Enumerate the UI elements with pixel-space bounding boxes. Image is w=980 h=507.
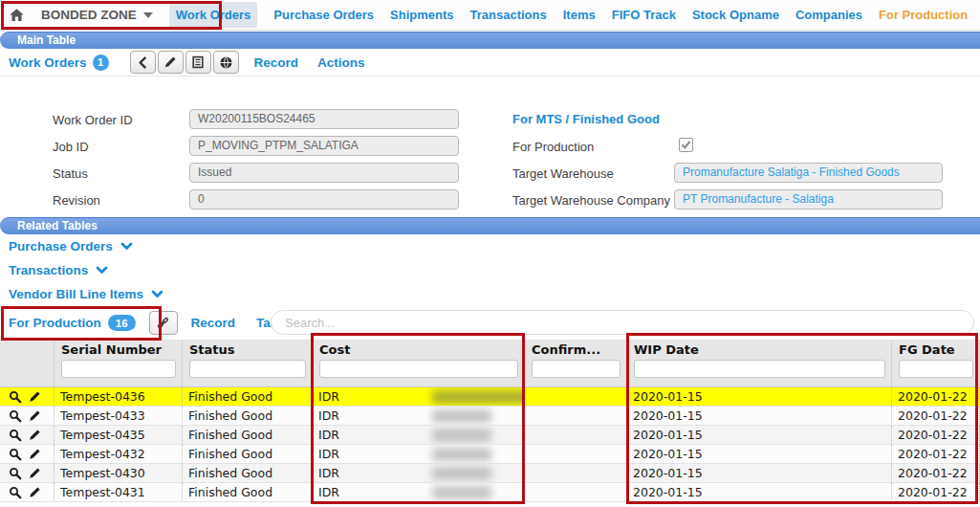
cell-confirm <box>525 483 627 502</box>
magnifier-icon[interactable] <box>9 429 22 442</box>
pencil-icon[interactable] <box>29 390 41 403</box>
header-cell-wip-date[interactable]: WIP Date <box>627 340 892 387</box>
for-production-checkbox[interactable] <box>679 138 693 152</box>
home-icon[interactable] <box>9 8 25 23</box>
cell-serial-number: Tempest-0432 <box>54 445 183 464</box>
table-row[interactable]: Tempest-0433 Finished Good IDR 2020-01-1… <box>0 407 980 426</box>
table-row[interactable]: Tempest-0430 Finished Good IDR 2020-01-1… <box>0 464 980 483</box>
table-row[interactable]: Tempest-0431 Finished Good IDR 2020-01-1… <box>0 483 980 502</box>
main-table-section-bar: Main Table <box>0 32 980 49</box>
nav-item-fifo-track[interactable]: FIFO Track <box>612 8 676 22</box>
top-navigation-bar: BONDED ZONE Work Orders Purchase Orders … <box>0 0 980 31</box>
filter-input-status[interactable] <box>189 360 306 378</box>
filter-input-confirm[interactable] <box>532 360 621 378</box>
related-link-transactions[interactable]: Transactions <box>9 263 109 277</box>
cell-wip-date: 2020-01-15 <box>627 407 892 426</box>
record-nav-button-group <box>130 51 239 74</box>
menu-record[interactable]: Record <box>254 55 299 70</box>
filter-input-serial-number[interactable] <box>61 360 176 378</box>
field-job-id: P_MOVING_PTPM_SALATIGA <box>189 136 459 156</box>
field-label-for-production: For Production <box>512 140 594 154</box>
chevron-down-icon <box>95 264 109 276</box>
search-input[interactable] <box>271 310 974 335</box>
nav-item-transactions[interactable]: Transactions <box>470 8 547 22</box>
table-row[interactable]: Tempest-0436 Finished Good IDR 2020-01-1… <box>0 387 980 407</box>
field-status: Issued <box>189 163 459 183</box>
nav-item-stock-opname[interactable]: Stock Opname <box>692 8 779 22</box>
cost-currency: IDR <box>318 485 339 499</box>
blurred-cost-value <box>432 467 491 480</box>
menu-record-fp[interactable]: Record <box>191 316 236 330</box>
filter-input-wip-date[interactable] <box>634 360 885 378</box>
field-label-work-order-id: Work Order ID <box>53 113 133 127</box>
related-link-purchase-orders[interactable]: Purchase Orders <box>9 239 134 254</box>
magnifier-icon[interactable] <box>9 390 22 404</box>
row-actions-cell <box>0 426 54 445</box>
cell-cost: IDR <box>313 445 525 464</box>
header-cell-confirm[interactable]: Confirm... <box>525 340 627 387</box>
magnifier-icon[interactable] <box>9 409 22 423</box>
field-work-order-id: W20200115BOS24465 <box>189 109 459 129</box>
cost-currency: IDR <box>318 408 339 423</box>
cell-status: Finished Good <box>183 426 313 445</box>
form-view-button[interactable] <box>185 51 211 74</box>
header-cell-actions <box>0 340 54 387</box>
target-warehouse-link[interactable]: Promanufacture Salatiga - Finished Goods <box>683 165 900 179</box>
header-cell-serial-number[interactable]: Serial Number <box>54 340 183 387</box>
header-cell-cost[interactable]: Cost <box>313 340 525 387</box>
filter-input-cost[interactable] <box>319 360 518 378</box>
edit-record-button[interactable] <box>158 51 184 74</box>
nav-item-companies[interactable]: Companies <box>795 8 862 22</box>
cell-fg-date: 2020-01-22 <box>892 445 980 464</box>
nav-item-items[interactable]: Items <box>563 8 596 22</box>
related-link-vendor-bill-line-items[interactable]: Vendor Bill Line Items <box>9 287 164 301</box>
app-menu-bonded-zone[interactable]: BONDED ZONE <box>41 8 153 22</box>
back-button[interactable] <box>130 51 156 74</box>
blurred-cost-value <box>432 486 491 499</box>
globe-button[interactable] <box>213 51 239 74</box>
pencil-icon[interactable] <box>29 467 41 479</box>
cell-cost: IDR <box>313 426 525 445</box>
cell-cost: IDR <box>313 464 525 483</box>
pencil-icon[interactable] <box>29 486 41 498</box>
cell-wip-date: 2020-01-15 <box>627 426 892 445</box>
cell-confirm <box>525 445 627 464</box>
chevron-down-icon <box>150 288 164 300</box>
cost-currency: IDR <box>318 428 339 442</box>
target-warehouse-company-link[interactable]: PT Promanufacture - Salatiga <box>683 192 834 206</box>
pencil-icon[interactable] <box>29 429 41 441</box>
view-title: Work Orders <box>9 55 87 70</box>
related-link-label: Purchase Orders <box>9 239 113 254</box>
field-label-status: Status <box>53 166 88 181</box>
link-records-button[interactable] <box>149 311 178 335</box>
cell-status: Finished Good <box>183 464 313 483</box>
magnifier-icon[interactable] <box>9 486 22 499</box>
cell-cost: IDR <box>313 483 525 502</box>
pencil-icon[interactable] <box>29 409 41 422</box>
app-menu-label: BONDED ZONE <box>41 8 137 22</box>
table-row[interactable]: Tempest-0435 Finished Good IDR 2020-01-1… <box>0 426 980 445</box>
magnifier-icon[interactable] <box>9 467 22 480</box>
table-row[interactable]: Tempest-0432 Finished Good IDR 2020-01-1… <box>0 445 980 464</box>
nav-item-for-production[interactable]: For Production <box>879 8 968 22</box>
field-label-job-id: Job ID <box>53 140 89 154</box>
cell-wip-date: 2020-01-15 <box>627 387 892 407</box>
cell-fg-date: 2020-01-22 <box>892 407 980 426</box>
header-cell-fg-date[interactable]: FG Date <box>892 340 980 387</box>
field-target-warehouse-company: PT Promanufacture - Salatiga <box>674 189 943 209</box>
field-revision: 0 <box>189 189 459 209</box>
menu-actions[interactable]: Actions <box>317 55 365 70</box>
magnifier-icon[interactable] <box>9 448 22 461</box>
header-cell-status[interactable]: Status <box>183 340 313 387</box>
row-actions-cell <box>0 407 54 426</box>
filter-input-fg-date[interactable] <box>899 360 973 378</box>
nav-item-work-orders[interactable]: Work Orders <box>169 2 258 28</box>
mts-heading: For MTS / Finished Good <box>512 112 660 126</box>
nav-item-shipments[interactable]: Shipments <box>390 8 453 22</box>
app-window: BONDED ZONE Work Orders Purchase Orders … <box>0 0 980 507</box>
nav-item-purchase-orders[interactable]: Purchase Orders <box>273 8 374 22</box>
cell-serial-number: Tempest-0433 <box>54 407 183 426</box>
pencil-icon[interactable] <box>29 448 41 460</box>
cell-serial-number: Tempest-0435 <box>54 426 183 445</box>
cell-confirm <box>525 387 627 407</box>
